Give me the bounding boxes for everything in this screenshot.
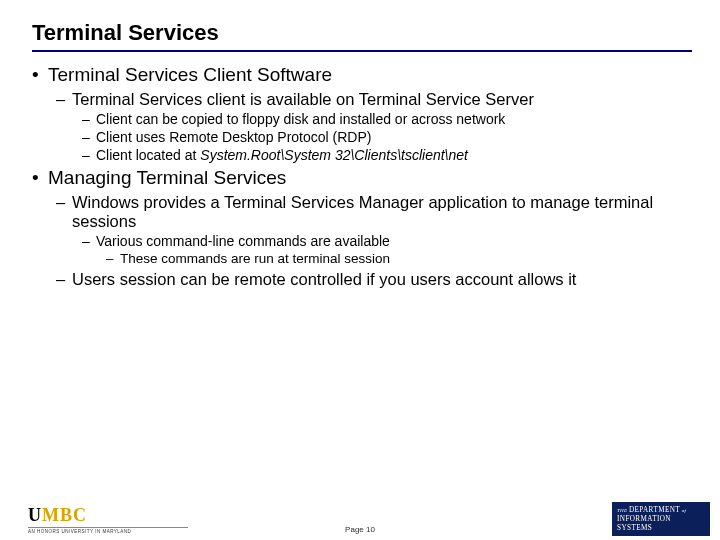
bullet-lvl3: Client uses Remote Desktop Protocol (RDP… xyxy=(72,129,692,145)
bullet-lvl1: Managing Terminal Services Windows provi… xyxy=(30,167,692,289)
bullet-text: Client can be copied to floppy disk and … xyxy=(96,111,505,127)
bullet-lvl3: Various command-line commands are availa… xyxy=(72,233,692,266)
footer: UMBC AN HONORS UNIVERSITY IN MARYLAND Pa… xyxy=(0,498,720,540)
bullet-lvl4: These commands are run at terminal sessi… xyxy=(96,251,692,266)
bullet-list: Terminal Services Client Software Termin… xyxy=(30,64,692,289)
bullet-lvl3: Client can be copied to floppy disk and … xyxy=(72,111,692,127)
bullet-text: Terminal Services Client Software xyxy=(48,64,332,85)
dept-line: SYSTEMS xyxy=(617,524,652,532)
dept-line: DEPARTMENT xyxy=(629,506,680,514)
bullet-text: Client located at xyxy=(96,147,200,163)
slide: Terminal Services Terminal Services Clie… xyxy=(0,0,720,540)
bullet-text: Users session can be remote controlled i… xyxy=(72,270,576,288)
logo-u: U xyxy=(28,505,42,525)
bullet-text: Windows provides a Terminal Services Man… xyxy=(72,193,653,230)
bullet-lvl3: Client located at System.Root\System 32\… xyxy=(72,147,692,163)
bullet-lvl2: Terminal Services client is available on… xyxy=(48,90,692,163)
department-badge: THE DEPARTMENT of INFORMATION SYSTEMS xyxy=(612,502,710,536)
dept-of: of xyxy=(682,508,687,513)
bullet-text: Various command-line commands are availa… xyxy=(96,233,390,249)
bullet-lvl1: Terminal Services Client Software Termin… xyxy=(30,64,692,163)
bullet-text: Terminal Services client is available on… xyxy=(72,90,534,108)
logo-subtitle: AN HONORS UNIVERSITY IN MARYLAND xyxy=(28,529,188,534)
dept-line: INFORMATION xyxy=(617,515,671,523)
umbc-logo: UMBC AN HONORS UNIVERSITY IN MARYLAND xyxy=(28,505,188,534)
logo-text: UMBC xyxy=(28,505,188,526)
slide-title: Terminal Services xyxy=(32,20,692,52)
dept-the: THE xyxy=(617,508,627,513)
logo-mbc: MBC xyxy=(42,505,87,525)
bullet-lvl2: Windows provides a Terminal Services Man… xyxy=(48,193,692,266)
file-path: System.Root\System 32\Clients\tsclient\n… xyxy=(200,147,468,163)
bullet-text: Client uses Remote Desktop Protocol (RDP… xyxy=(96,129,371,145)
logo-divider xyxy=(28,527,188,528)
slide-content: Terminal Services Client Software Termin… xyxy=(28,64,692,289)
page-number: Page 10 xyxy=(345,525,375,534)
bullet-text: These commands are run at terminal sessi… xyxy=(120,251,390,266)
bullet-text: Managing Terminal Services xyxy=(48,167,286,188)
bullet-lvl2: Users session can be remote controlled i… xyxy=(48,270,692,289)
